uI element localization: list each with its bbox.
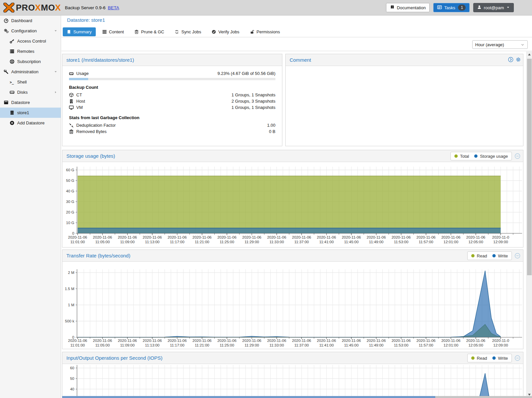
sidebar-item-label: Add Datastore [17, 120, 45, 125]
scrollbar-thumb[interactable] [527, 59, 532, 275]
database-icon [10, 110, 15, 115]
user-menu-button[interactable]: root@pam [473, 3, 514, 12]
sidebar-item-access-control[interactable]: Access Control [0, 36, 61, 46]
row-label: Deduplication Factor [76, 123, 116, 128]
svg-text:12:05:00: 12:05:00 [468, 343, 483, 347]
sidebar-item-add-datastore[interactable]: Add Datastore [0, 118, 61, 128]
tab-prune-gc[interactable]: Prune & GC [130, 27, 168, 36]
svg-text:60: 60 [70, 366, 74, 370]
legend-item-read[interactable]: Read [471, 253, 487, 258]
legend-label: Storage usage [480, 154, 508, 159]
svg-text:11:05:00: 11:05:00 [95, 343, 110, 347]
svg-text:2020-11-06: 2020-11-06 [143, 339, 162, 343]
storage-usage-legend: TotalStorage usage [450, 152, 512, 160]
tab-content[interactable]: Content [98, 27, 128, 36]
svg-text:2020-11-06: 2020-11-06 [317, 235, 336, 239]
svg-text:2020-11-06: 2020-11-06 [193, 339, 212, 343]
svg-text:2020-11-06: 2020-11-06 [416, 339, 436, 343]
remotes-icon [10, 49, 15, 54]
tab-permissions[interactable]: Permissions [246, 27, 284, 36]
svg-text:1 M: 1 M [68, 303, 74, 307]
svg-text:2020-11-06: 2020-11-06 [466, 235, 485, 239]
sidebar-item-administration[interactable]: Administration [0, 67, 61, 77]
legend-item-write[interactable]: Write [492, 356, 508, 361]
sidebar-item-label: Disks [17, 90, 28, 95]
transfer-rate-chart-title: Transfer Rate (bytes/second) [62, 250, 523, 261]
hdd-icon [10, 90, 15, 95]
backup-count-heading: Backup Count [69, 85, 275, 90]
storage-usage-chart: 60 G50 G40 G30 G20 G10 G02020-11-0611:01… [62, 162, 523, 247]
collapse-chart-button[interactable] [514, 253, 520, 259]
building-icon [69, 99, 74, 104]
chevron-circle-right-icon [508, 57, 514, 62]
tab-summary[interactable]: Summary [63, 27, 96, 36]
legend-item-total[interactable]: Total [454, 154, 469, 159]
svg-text:12:01:00: 12:01:00 [443, 343, 458, 347]
datastore-summary-panel: store1 (/mnt/datastores/store1) Usage 9.… [62, 54, 282, 146]
collapse-chart-button[interactable] [514, 153, 520, 159]
svg-text:11:33:00: 11:33:00 [269, 343, 284, 347]
svg-text:11:37:00: 11:37:00 [294, 343, 309, 347]
legend-item-storage-usage[interactable]: Storage usage [474, 154, 508, 159]
sidebar-item-remotes[interactable]: Remotes [0, 46, 61, 56]
comment-title: Comment [286, 54, 523, 66]
sync-icon [175, 30, 179, 34]
iops-chart: 60504030 [62, 364, 523, 398]
svg-text:12:09:00: 12:09:00 [493, 343, 508, 347]
tasks-button[interactable]: Tasks 1 [433, 3, 470, 12]
documentation-button[interactable]: Documentation [386, 3, 430, 12]
sidebar-item-store1[interactable]: store1 [0, 108, 61, 118]
beta-link[interactable]: BETA [108, 5, 119, 10]
caret-down-icon [54, 70, 57, 74]
svg-text:60 G: 60 G [66, 168, 74, 172]
svg-text:2 M: 2 M [68, 271, 74, 275]
svg-text:11:53:00: 11:53:00 [394, 240, 408, 244]
doc-book-icon [390, 5, 395, 10]
svg-text:11:45:00: 11:45:00 [344, 343, 359, 347]
tab-label: Sync Jobs [181, 29, 201, 34]
svg-text:2020-11-06: 2020-11-06 [441, 339, 460, 343]
sidebar-item-shell[interactable]: >_Shell [0, 77, 61, 87]
svg-text:30 G: 30 G [66, 200, 74, 204]
page-title: Datastore: store1 [67, 17, 105, 23]
svg-text:>_: >_ [10, 80, 14, 84]
shell-icon: >_ [10, 80, 15, 84]
book-icon [67, 30, 71, 34]
tab-verify-jobs[interactable]: Verify Jobs [208, 27, 243, 36]
sidebar-item-disks[interactable]: Disks [0, 87, 61, 97]
trash-icon [69, 129, 74, 134]
summary-row-deduplication-factor: Deduplication Factor1.00 [69, 122, 275, 128]
viewport-bottom-strip [62, 396, 435, 398]
legend-item-write[interactable]: Write [492, 253, 508, 258]
legend-item-read[interactable]: Read [471, 356, 487, 361]
svg-text:2020-11-06: 2020-11-06 [118, 339, 137, 343]
top-header: PROXMOX Backup Server 0.9-6 BETA Documen… [0, 0, 532, 16]
svg-text:2020-11-06: 2020-11-06 [466, 339, 485, 343]
legend-dot [474, 154, 478, 158]
transfer-rate-legend: ReadWrite [467, 251, 512, 260]
iops-legend: ReadWrite [467, 354, 512, 362]
svg-text:11:29:00: 11:29:00 [245, 240, 259, 244]
scrollbar-up-arrow[interactable] [527, 52, 532, 57]
svg-text:2020-11-06: 2020-11-06 [392, 339, 411, 343]
summary-row-host: Host2 Groups, 3 Snapshots [69, 98, 275, 104]
period-select[interactable]: Hour (average) [472, 40, 528, 49]
legend-dot [492, 254, 496, 257]
sidebar-item-label: Administration [11, 69, 38, 74]
svg-text:2020-11-06: 2020-11-06 [367, 339, 386, 343]
sidebar-item-configuration[interactable]: Configuration [0, 26, 61, 36]
summary-row-vm: VM1 Groups, 1 Snapshots [69, 104, 275, 111]
desktop-icon [69, 105, 74, 110]
svg-text:2020-11-06: 2020-11-06 [167, 339, 187, 343]
tab-sync-jobs[interactable]: Sync Jobs [171, 27, 205, 36]
vertical-scrollbar[interactable] [526, 51, 532, 398]
svg-text:11:41:00: 11:41:00 [319, 240, 334, 244]
sidebar-item-label: Datastore [11, 100, 30, 105]
svg-text:2020-11-06: 2020-11-06 [68, 235, 87, 239]
svg-text:50: 50 [70, 377, 74, 381]
collapse-chart-button[interactable] [514, 355, 520, 361]
sidebar-item-dashboard[interactable]: Dashboard [0, 16, 61, 26]
sidebar-item-subscription[interactable]: Subscription [0, 56, 61, 67]
sidebar-item-datastore[interactable]: Datastore [0, 97, 61, 108]
caret-right-icon [54, 90, 57, 94]
